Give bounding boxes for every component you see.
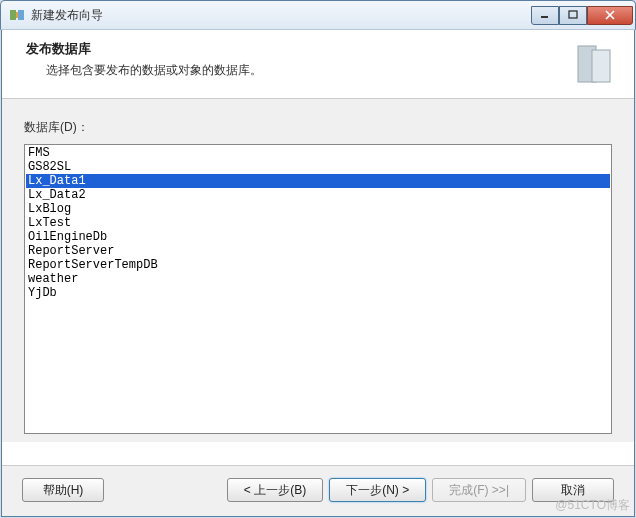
titlebar: 新建发布向导: [0, 0, 636, 30]
help-button[interactable]: 帮助(H): [22, 478, 104, 502]
page-subtitle: 选择包含要发布的数据或对象的数据库。: [46, 62, 562, 79]
list-item[interactable]: Lx_Data1: [26, 174, 610, 188]
back-button[interactable]: < 上一步(B): [227, 478, 323, 502]
list-item[interactable]: ReportServerTempDB: [26, 258, 610, 272]
list-item[interactable]: ReportServer: [26, 244, 610, 258]
finish-button: 完成(F) >>|: [432, 478, 526, 502]
svg-rect-3: [569, 11, 577, 18]
svg-rect-0: [10, 10, 16, 20]
svg-rect-1: [18, 10, 24, 20]
list-item[interactable]: Lx_Data2: [26, 188, 610, 202]
minimize-button[interactable]: [531, 6, 559, 25]
cancel-button[interactable]: 取消: [532, 478, 614, 502]
window-controls: [531, 6, 633, 25]
database-label: 数据库(D)：: [24, 119, 612, 136]
wizard-frame: 发布数据库 选择包含要发布的数据或对象的数据库。 数据库(D)： FMSGS82…: [1, 30, 635, 517]
maximize-button[interactable]: [559, 6, 587, 25]
wizard-header: 发布数据库 选择包含要发布的数据或对象的数据库。: [2, 30, 634, 99]
list-item[interactable]: LxBlog: [26, 202, 610, 216]
header-icon: [570, 40, 618, 88]
list-item[interactable]: GS82SL: [26, 160, 610, 174]
database-listbox[interactable]: FMSGS82SLLx_Data1Lx_Data2LxBlogLxTestOil…: [24, 144, 612, 434]
list-item[interactable]: LxTest: [26, 216, 610, 230]
list-item[interactable]: YjDb: [26, 286, 610, 300]
list-item[interactable]: FMS: [26, 146, 610, 160]
close-button[interactable]: [587, 6, 633, 25]
next-button[interactable]: 下一步(N) >: [329, 478, 426, 502]
list-item[interactable]: weather: [26, 272, 610, 286]
list-item[interactable]: OilEngineDb: [26, 230, 610, 244]
wizard-content: 数据库(D)： FMSGS82SLLx_Data1Lx_Data2LxBlogL…: [2, 99, 634, 442]
svg-rect-7: [592, 50, 610, 82]
window-title: 新建发布向导: [31, 7, 531, 24]
button-bar: 帮助(H) < 上一步(B) 下一步(N) > 完成(F) >>| 取消: [2, 465, 634, 516]
page-title: 发布数据库: [26, 40, 562, 58]
app-icon: [9, 7, 25, 23]
